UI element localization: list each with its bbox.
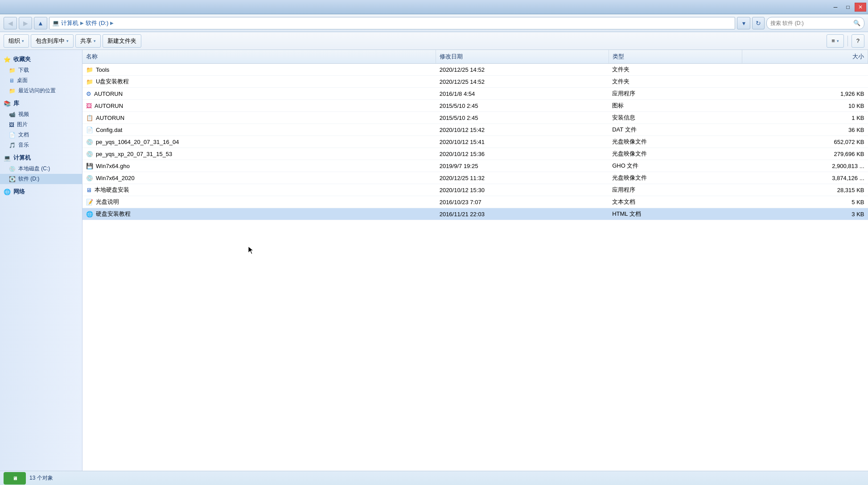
close-button[interactable]: ✕ [855, 3, 866, 12]
sidebar-item-download[interactable]: 📁 下载 [0, 65, 82, 75]
breadcrumb-drive[interactable]: 软件 (D:) [86, 19, 108, 27]
file-icon-img: 🖥 [86, 187, 92, 193]
back-button[interactable]: ◀ [4, 17, 17, 29]
sidebar-item-music[interactable]: 🎵 音乐 [0, 140, 82, 150]
table-row[interactable]: 📁 U盘安装教程 2020/12/25 14:52 文件夹 [82, 76, 868, 88]
file-modified-cell: 2020/10/12 15:42 [436, 124, 609, 136]
file-size-cell: 1 KB [742, 112, 868, 124]
table-row[interactable]: 📄 Config.dat 2020/10/12 15:42 DAT 文件 36 … [82, 124, 868, 136]
organize-arrow: ▾ [22, 39, 24, 43]
network-label: 网络 [13, 188, 25, 196]
sidebar-item-video[interactable]: 📹 视频 [0, 109, 82, 119]
sidebar-item-desktop[interactable]: 🖥 桌面 [0, 75, 82, 86]
file-name-cell: 📁 U盘安装教程 [82, 76, 436, 88]
file-table: 名称 修改日期 类型 大小 📁 Tools 2020/12/25 14:52 文… [82, 50, 868, 220]
new-folder-button[interactable]: 新建文件夹 [103, 34, 141, 48]
sidebar-favorites-header[interactable]: ⭐ 收藏夹 [0, 53, 82, 65]
document-label: 文档 [18, 131, 29, 139]
file-icon-img: 💿 [86, 151, 93, 157]
table-row[interactable]: 🖥 本地硬盘安装 2020/10/12 15:30 应用程序 28,315 KB [82, 184, 868, 196]
include-library-arrow: ▾ [66, 39, 69, 43]
file-name: Config.dat [96, 127, 122, 133]
table-row[interactable]: 🌐 硬盘安装教程 2016/11/21 22:03 HTML 文档 3 KB [82, 208, 868, 220]
titlebar: ─ □ ✕ [0, 0, 868, 14]
help-button[interactable]: ? [852, 34, 864, 48]
sidebar-computer-header[interactable]: 💻 计算机 [0, 152, 82, 164]
column-size[interactable]: 大小 [742, 50, 868, 64]
share-arrow: ▾ [94, 39, 96, 43]
file-name: 本地硬盘安装 [95, 186, 129, 194]
file-modified-cell: 2020/10/12 15:41 [436, 136, 609, 148]
views-button[interactable]: ≡ ▾ [827, 34, 844, 48]
table-row[interactable]: 📁 Tools 2020/12/25 14:52 文件夹 [82, 64, 868, 76]
file-modified-cell: 2016/11/21 22:03 [436, 208, 609, 220]
file-name-cell: 💿 Win7x64_2020 [82, 172, 436, 184]
table-row[interactable]: ⚙ AUTORUN 2016/1/8 4:54 应用程序 1,926 KB [82, 88, 868, 100]
refresh-button[interactable]: ↻ [752, 17, 765, 29]
table-row[interactable]: 💾 Win7x64.gho 2019/9/7 19:25 GHO 文件 2,90… [82, 160, 868, 172]
file-type-cell: GHO 文件 [609, 160, 742, 172]
breadcrumb-computer[interactable]: 计算机 [61, 19, 78, 27]
sidebar-item-picture[interactable]: 🖼 图片 [0, 119, 82, 130]
sidebar-item-recent[interactable]: 📁 最近访问的位置 [0, 86, 82, 96]
organize-button[interactable]: 组织 ▾ [4, 34, 29, 48]
file-modified-cell: 2020/12/25 14:52 [436, 64, 609, 76]
file-name: U盘安装教程 [96, 78, 129, 86]
file-size-cell: 3,874,126 ... [742, 172, 868, 184]
local-c-label: 本地磁盘 (C:) [18, 165, 50, 173]
share-label: 共享 [80, 37, 92, 45]
sidebar: ⭐ 收藏夹 📁 下载 🖥 桌面 📁 最近访问的位置 📚 库 [0, 50, 82, 471]
file-name: 光盘说明 [96, 198, 119, 206]
table-row[interactable]: 📋 AUTORUN 2015/5/10 2:45 安装信息 1 KB [82, 112, 868, 124]
table-row[interactable]: 🖼 AUTORUN 2015/5/10 2:45 图标 10 KB [82, 100, 868, 112]
include-library-button[interactable]: 包含到库中 ▾ [31, 34, 74, 48]
share-button[interactable]: 共享 ▾ [75, 34, 101, 48]
file-name: pe_yqs_1064_20_07_31_16_04 [96, 139, 179, 145]
software-d-label: 软件 (D:) [18, 175, 39, 183]
picture-icon: 🖼 [9, 122, 14, 128]
file-size-cell: 5 KB [742, 196, 868, 208]
sidebar-library-header[interactable]: 📚 库 [0, 98, 82, 109]
column-name[interactable]: 名称 [82, 50, 436, 64]
include-library-label: 包含到库中 [36, 37, 65, 45]
table-row[interactable]: 💿 pe_yqs_1064_20_07_31_16_04 2020/10/12 … [82, 136, 868, 148]
forward-button[interactable]: ▶ [19, 17, 32, 29]
sidebar-item-software-d[interactable]: 💽 软件 (D:) [0, 174, 82, 184]
sidebar-item-local-c[interactable]: 💿 本地磁盘 (C:) [0, 164, 82, 174]
file-name: AUTORUN [96, 115, 124, 121]
file-size-cell: 652,072 KB [742, 136, 868, 148]
sidebar-section-computer: 💻 计算机 💿 本地磁盘 (C:) 💽 软件 (D:) [0, 152, 82, 184]
table-row[interactable]: 💿 Win7x64_2020 2020/12/25 11:32 光盘映像文件 3… [82, 172, 868, 184]
maximize-button[interactable]: □ [842, 3, 854, 12]
views-icon: ≡ [831, 37, 835, 44]
column-modified[interactable]: 修改日期 [436, 50, 609, 64]
dropdown-button[interactable]: ▾ [737, 17, 750, 29]
file-name-cell: 💾 Win7x64.gho [82, 160, 436, 172]
file-size-cell: 28,315 KB [742, 184, 868, 196]
file-type-cell: 应用程序 [609, 184, 742, 196]
file-type-cell: 光盘映像文件 [609, 136, 742, 148]
file-modified-cell: 2020/12/25 14:52 [436, 76, 609, 88]
search-icon: 🔍 [853, 20, 860, 26]
document-icon: 📄 [9, 132, 16, 138]
file-name: AUTORUN [94, 90, 123, 97]
search-input[interactable] [770, 20, 852, 26]
sidebar-section-favorites: ⭐ 收藏夹 📁 下载 🖥 桌面 📁 最近访问的位置 [0, 53, 82, 96]
computer-label: 计算机 [13, 154, 31, 162]
file-name: Win7x64.gho [96, 163, 130, 169]
file-modified-cell: 2015/5/10 2:45 [436, 100, 609, 112]
library-label: 库 [13, 99, 19, 107]
sidebar-item-document[interactable]: 📄 文档 [0, 130, 82, 140]
sidebar-network-header[interactable]: 🌐 网络 [0, 186, 82, 197]
search-bar: 🔍 [766, 17, 864, 29]
column-type[interactable]: 类型 [609, 50, 742, 64]
file-modified-cell: 2020/10/12 15:36 [436, 148, 609, 160]
file-name-cell: 📋 AUTORUN [82, 112, 436, 124]
file-name: pe_yqs_xp_20_07_31_15_53 [96, 151, 172, 157]
table-row[interactable]: 📝 光盘说明 2016/10/23 7:07 文本文档 5 KB [82, 196, 868, 208]
file-name: 硬盘安装教程 [96, 210, 131, 218]
file-type-cell: 图标 [609, 100, 742, 112]
table-row[interactable]: 💿 pe_yqs_xp_20_07_31_15_53 2020/10/12 15… [82, 148, 868, 160]
minimize-button[interactable]: ─ [830, 3, 841, 12]
up-button[interactable]: ▲ [34, 17, 47, 29]
